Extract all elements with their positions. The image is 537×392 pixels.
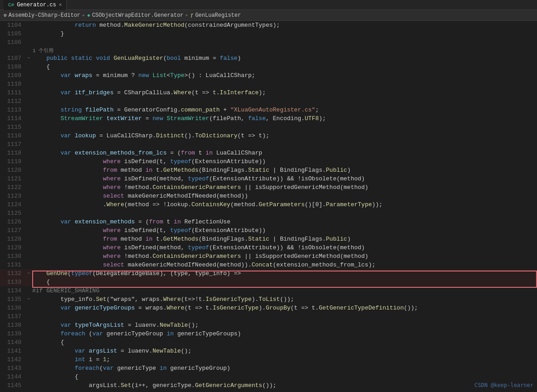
- token: GetGenericArguments: [195, 381, 262, 390]
- collapse-gutter: [25, 166, 32, 174]
- token: (: [85, 329, 93, 338]
- code-editor[interactable]: 1104 return method.MakeGenericMethod(con…: [0, 21, 537, 392]
- token: ContainsKey: [191, 200, 230, 209]
- table-row: 1119 where isDefined(t, typeof(Extension…: [0, 157, 537, 166]
- token: method: [117, 166, 145, 174]
- line-number: 1108: [0, 63, 25, 71]
- code-line: var extension_methods_from_lcs = (from t…: [32, 149, 537, 157]
- collapse-icon[interactable]: −: [27, 269, 30, 278]
- table-row: 1117: [0, 140, 537, 149]
- code-line: where isDefined(t, typeof(ExtensionAttri…: [32, 157, 537, 166]
- token: Public: [326, 235, 347, 243]
- code-line: argsList.Set(i++, genericType.GetGeneric…: [32, 381, 537, 390]
- breadcrumb-assembly[interactable]: Assembly-CSharp-Editor: [9, 12, 80, 19]
- token: var: [60, 131, 71, 140]
- token: ContainsGenericParameters: [152, 252, 241, 261]
- collapse-gutter: [25, 21, 32, 29]
- token: false: [220, 54, 238, 63]
- token: GetGenericTypeDefinition: [319, 304, 404, 312]
- table-row: 1116 var lookup = LuaCallCSharp.Distinct…: [0, 131, 537, 140]
- token: var: [60, 88, 71, 97]
- line-number: 1114: [0, 114, 25, 123]
- token: Set: [96, 295, 106, 304]
- token: );: [319, 114, 326, 123]
- token: t.: [152, 235, 163, 243]
- token: typeToArgsList: [75, 321, 124, 329]
- token: Static: [248, 166, 269, 174]
- token: in: [146, 235, 153, 243]
- code-line: {: [32, 373, 537, 381]
- table-row: 1144 {: [0, 373, 537, 381]
- table-row: 1104 return method.MakeGenericMethod(con…: [0, 21, 537, 29]
- token: itf_bridges: [75, 88, 114, 97]
- code-line: where !method.ContainsGenericParameters …: [32, 252, 537, 261]
- token: ).: [259, 304, 266, 312]
- token: (method.: [230, 200, 259, 209]
- token: (BindingFlags.: [199, 166, 248, 174]
- line-number: 1110: [0, 80, 25, 88]
- token: {: [75, 373, 78, 381]
- code-line: return method.MakeGenericMethod(constrai…: [32, 21, 537, 29]
- breadcrumb-method[interactable]: GenLuaRegister: [195, 12, 241, 19]
- line-number: 1130: [0, 252, 25, 261]
- collapse-icon[interactable]: −: [27, 295, 30, 304]
- code-line: GenOne(typeof(DelegateBridgeBase), (type…: [32, 269, 537, 278]
- table-row: 1125: [0, 209, 537, 218]
- ref-count-label: 1 个引用: [33, 47, 54, 54]
- token: typeof: [170, 226, 191, 235]
- collapse-icon[interactable]: −: [27, 54, 30, 63]
- token: typeof: [170, 157, 191, 166]
- token: = GeneratorConfig.: [113, 106, 181, 114]
- code-line: string filePath = GeneratorConfig.common…: [32, 106, 537, 114]
- token: GenLuaRegister: [114, 54, 163, 63]
- token: (: [99, 364, 103, 373]
- collapse-gutter: [25, 243, 32, 252]
- line-number: 1122: [0, 183, 25, 192]
- token: in: [174, 218, 181, 226]
- line-number: 1140: [0, 338, 25, 347]
- collapse-gutter: −: [25, 269, 32, 278]
- table-row: 1109 var wraps = minimum ? new List<Type…: [0, 71, 537, 80]
- line-number: 1111: [0, 88, 25, 97]
- tab-generator-cs[interactable]: C# Generator.cs ×: [4, 0, 67, 10]
- token: i =: [85, 355, 103, 364]
- collapse-gutter: [25, 209, 32, 218]
- table-row: 1120 from method in t.GetMethods(Binding…: [0, 166, 537, 174]
- token: isDefined(method,: [121, 243, 188, 252]
- token: typeof: [188, 243, 209, 252]
- token: string: [60, 106, 82, 114]
- token: !method.: [121, 252, 152, 261]
- code-line: [32, 38, 537, 47]
- code-line: {: [32, 278, 537, 286]
- token: (t => t.: [291, 304, 319, 312]
- collapse-gutter: [25, 71, 32, 80]
- token: makeGenericMethodIfNeeded(method)).: [124, 261, 252, 269]
- token: var: [60, 71, 71, 80]
- collapse-gutter: [25, 226, 32, 235]
- line-number: 1129: [0, 243, 25, 252]
- collapse-gutter: [25, 338, 32, 347]
- token: common_path: [181, 106, 220, 114]
- table-row: 1123 select makeGenericMethodIfNeeded(me…: [0, 192, 537, 200]
- collapse-gutter: [25, 278, 32, 286]
- collapse-gutter: [25, 80, 32, 88]
- code-line: var wraps = minimum ? new List<Type>() :…: [32, 71, 537, 80]
- token: (filePath,: [209, 114, 248, 123]
- code-line: from method in t.GetMethods(BindingFlags…: [32, 166, 537, 174]
- token: t: [163, 218, 174, 226]
- collapse-gutter: [25, 200, 32, 209]
- tab-close-icon[interactable]: ×: [59, 2, 62, 8]
- token: [71, 71, 75, 80]
- token: #if GENERIC_SHARING: [32, 286, 99, 295]
- token: select: [103, 261, 124, 269]
- token: typeof: [71, 269, 93, 278]
- line-number: 1134: [0, 286, 25, 295]
- token: Where: [166, 304, 184, 312]
- breadcrumb-class[interactable]: CSObjectWrapEditor.Generator: [92, 12, 184, 19]
- token: = (: [166, 149, 181, 157]
- table-row: 1108 {: [0, 63, 537, 71]
- table-row: 1137: [0, 312, 537, 321]
- token: return: [75, 21, 96, 29]
- table-row: 1107− public static void GenLuaRegister(…: [0, 54, 537, 63]
- token: (t => t.: [191, 88, 220, 97]
